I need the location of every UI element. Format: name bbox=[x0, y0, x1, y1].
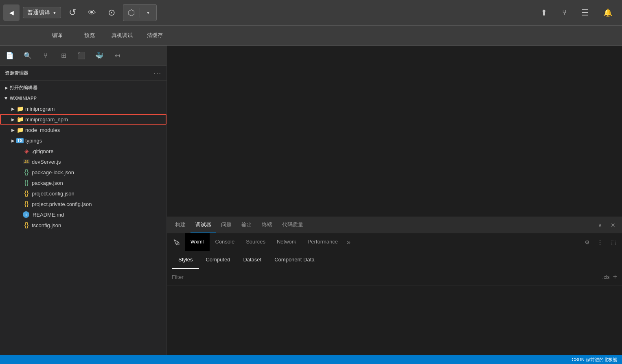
debugger-more-button[interactable]: » bbox=[344, 239, 354, 246]
debugger-tab-performance[interactable]: Performance bbox=[302, 233, 344, 251]
pkg-json-label: package.json bbox=[32, 180, 63, 186]
tree-item-package-lock[interactable]: ▶ {} package-lock.json bbox=[0, 167, 166, 178]
activity-search-icon[interactable]: 🔍 bbox=[21, 49, 34, 62]
debugger-actions: ⚙ ⋮ ⬚ bbox=[581, 237, 619, 248]
gitignore-icon: ◈ bbox=[23, 147, 30, 155]
activity-debug-icon[interactable]: ⬛ bbox=[75, 49, 88, 62]
status-bar: CSDN @前进的北极熊 bbox=[0, 355, 622, 364]
typings-folder-icon: TS bbox=[16, 137, 24, 144]
toolbar-label-message: 消息 bbox=[549, 32, 581, 39]
panel-tab-code-quality[interactable]: 代码质量 bbox=[277, 217, 308, 233]
open-editors-arrow: ▶ bbox=[3, 84, 10, 91]
nav-back-button[interactable]: ◀ bbox=[3, 4, 20, 21]
element-selector-button[interactable] bbox=[170, 236, 183, 249]
panel-tab-output[interactable]: 输出 bbox=[237, 217, 257, 233]
activity-docker-icon[interactable]: 🐳 bbox=[93, 49, 106, 62]
debugger-dock-button[interactable]: ⬚ bbox=[607, 237, 619, 248]
typings-label: typings bbox=[25, 138, 42, 144]
layers-dropdown-button[interactable]: ▼ bbox=[140, 4, 156, 21]
debugger-kebab-button[interactable]: ⋮ bbox=[594, 237, 606, 248]
activity-explorer-icon[interactable]: 📄 bbox=[3, 49, 16, 62]
refresh-button[interactable]: ↺ bbox=[64, 4, 81, 21]
panel-tab-debugger[interactable]: 调试器 bbox=[191, 217, 216, 233]
project-config-label: project.config.json bbox=[32, 191, 74, 197]
debug-settings-button[interactable]: ⊙ bbox=[103, 4, 120, 21]
filter-input[interactable] bbox=[172, 274, 602, 280]
inspector-tab-computed[interactable]: Computed bbox=[199, 251, 237, 269]
bell-icon: 🔔 bbox=[603, 8, 612, 17]
panel-tab-terminal[interactable]: 终端 bbox=[257, 217, 277, 233]
readme-icon: i bbox=[23, 211, 29, 218]
open-editors-label: 打开的编辑器 bbox=[10, 85, 37, 91]
open-editors-section[interactable]: ▶ 打开的编辑器 bbox=[0, 82, 166, 93]
tree-item-tsconfig[interactable]: ▶ {} tsconfig.json bbox=[0, 220, 166, 230]
debugger-tab-sources[interactable]: Sources bbox=[240, 233, 271, 251]
miniprogram-npm-arrow: ▶ bbox=[10, 116, 16, 123]
tree-item-project-private-config[interactable]: ▶ {} project.private.config.json bbox=[0, 199, 166, 209]
panel-tab-build[interactable]: 构建 bbox=[170, 217, 191, 233]
devserver-label: devServer.js bbox=[32, 159, 61, 165]
inspector-tab-styles[interactable]: Styles bbox=[172, 251, 199, 269]
panel-maximize-button[interactable]: ∧ bbox=[594, 219, 606, 231]
toolbar-label-compile[interactable]: 编译 bbox=[41, 32, 73, 39]
tree-item-package-json[interactable]: ▶ {} package.json bbox=[0, 178, 166, 188]
node-modules-label: node_modules bbox=[25, 127, 60, 133]
toolbar-label-preview[interactable]: 预览 bbox=[73, 32, 106, 39]
panel-tab-problems[interactable]: 问题 bbox=[216, 217, 237, 233]
version-icon: ⑂ bbox=[562, 9, 567, 17]
status-text: CSDN @前进的北极熊 bbox=[572, 357, 617, 363]
inspector-tab-component-data[interactable]: Component Data bbox=[268, 251, 321, 269]
debugger-settings-button[interactable]: ⚙ bbox=[581, 237, 593, 248]
preview-button[interactable]: 👁 bbox=[84, 4, 100, 21]
project-config-icon: {} bbox=[23, 190, 30, 197]
readme-label: README.md bbox=[33, 212, 64, 218]
toolbar-label-details: 详情 bbox=[516, 32, 549, 39]
debugger-tab-wxml[interactable]: Wxml bbox=[185, 233, 210, 251]
activity-grid-icon[interactable]: ⊞ bbox=[57, 49, 70, 62]
right-actions: ⬆ ⑂ ☰ 🔔 bbox=[534, 6, 619, 19]
file-tree: ▶ 打开的编辑器 ▶ WXMINIAPP ▶ 📁 miniprogram ▶ 📁… bbox=[0, 81, 166, 355]
pkg-lock-label: package-lock.json bbox=[32, 169, 74, 175]
inspector-tabs-bar: Styles Computed Dataset Component Data bbox=[167, 251, 622, 269]
debugger-tab-network[interactable]: Network bbox=[271, 233, 302, 251]
activity-bar: 📄 🔍 ⑂ ⊞ ⬛ 🐳 ↤ bbox=[0, 46, 166, 66]
sidebar: 📄 🔍 ⑂ ⊞ ⬛ 🐳 ↤ 资源管理器 ··· ▶ 打开的编辑器 ▶ WXMIN… bbox=[0, 46, 167, 355]
tree-item-project-config[interactable]: ▶ {} project.config.json bbox=[0, 188, 166, 199]
tree-item-readme[interactable]: ▶ i README.md bbox=[0, 209, 166, 220]
gitignore-label: .gitignore bbox=[32, 148, 53, 154]
filter-bar: .cls + bbox=[167, 269, 622, 285]
details-button[interactable]: ☰ bbox=[575, 6, 595, 19]
tree-item-miniprogram[interactable]: ▶ 📁 miniprogram bbox=[0, 103, 166, 114]
debugger-tab-console[interactable]: Console bbox=[210, 233, 241, 251]
message-button[interactable]: 🔔 bbox=[597, 7, 619, 19]
compile-mode-dropdown[interactable]: 普通编译 ▼ bbox=[23, 7, 61, 18]
filter-add-button[interactable]: + bbox=[613, 273, 617, 281]
sidebar-title: 资源管理器 bbox=[5, 70, 28, 76]
version-manage-button[interactable]: ⑂ bbox=[556, 7, 573, 19]
toolbar-label-clear-cache[interactable]: 清缓存 bbox=[138, 32, 171, 39]
toolbar-label-device-debug[interactable]: 真机调试 bbox=[106, 32, 138, 39]
tree-item-typings[interactable]: ▶ TS typings bbox=[0, 135, 166, 146]
tsconfig-icon: {} bbox=[23, 221, 30, 229]
typings-arrow: ▶ bbox=[10, 137, 16, 144]
debugger-tabs-bar: Wxml Console Sources Network Performance… bbox=[167, 233, 622, 251]
tree-item-devserver[interactable]: ▶ JS devServer.js bbox=[0, 156, 166, 167]
tree-item-node-modules[interactable]: ▶ 📁 node_modules bbox=[0, 125, 166, 135]
activity-extra-icon[interactable]: ↤ bbox=[111, 49, 124, 62]
miniprogram-folder-icon: 📁 bbox=[16, 105, 24, 112]
miniprogram-npm-label: miniprogram_npm bbox=[25, 116, 68, 123]
inspector-tab-dataset[interactable]: Dataset bbox=[237, 251, 268, 269]
tree-item-gitignore[interactable]: ▶ ◈ .gitignore bbox=[0, 146, 166, 156]
tree-item-miniprogram-npm[interactable]: ▶ 📁 miniprogram_npm bbox=[0, 114, 166, 125]
wxminiapp-arrow: ▶ bbox=[3, 95, 10, 102]
wxminiapp-section[interactable]: ▶ WXMINIAPP bbox=[0, 93, 166, 103]
layers-button[interactable]: ⬡ bbox=[123, 4, 140, 21]
wxminiapp-label: WXMINIAPP bbox=[10, 96, 37, 101]
miniprogram-arrow: ▶ bbox=[10, 105, 16, 112]
upload-button[interactable]: ⬆ bbox=[534, 6, 554, 19]
cursor-icon bbox=[173, 239, 180, 246]
activity-git-icon[interactable]: ⑂ bbox=[39, 49, 52, 62]
node-modules-arrow: ▶ bbox=[10, 127, 16, 133]
panel-close-button[interactable]: ✕ bbox=[607, 219, 619, 231]
sidebar-more-button[interactable]: ··· bbox=[154, 70, 162, 77]
